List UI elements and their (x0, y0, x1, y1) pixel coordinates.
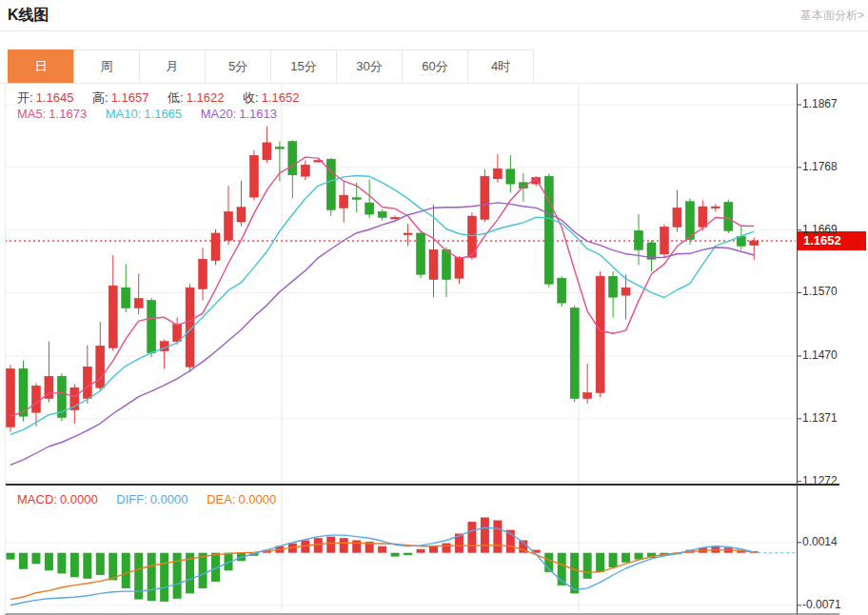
price-axis-label: 1.1768 (802, 160, 838, 173)
price-axis-label: 1.1867 (802, 97, 838, 110)
price-axis-label: 1.1570 (802, 285, 838, 298)
high-readout: 高:1.1657 (92, 90, 148, 105)
macd-axis-label: -0.0071 (802, 598, 841, 611)
ma5-readout: MA5:1.1673 (17, 107, 87, 121)
close-readout: 收:1.1652 (243, 90, 299, 105)
ma-readout: MA5:1.1673 MA10:1.1665 MA20:1.1613 (17, 107, 292, 121)
price-axis-label: 1.1669 (802, 223, 838, 236)
price-axis-label: 1.1371 (802, 411, 838, 425)
macd-value-readout: MACD:0.0000 (17, 492, 98, 506)
ma10-readout: MA10:1.1665 (106, 107, 182, 121)
ohlc-readout: 开:1.1645 高:1.1657 低:1.1622 收:1.1652 (17, 89, 314, 107)
price-axis-label: 1.1470 (802, 348, 838, 362)
chart-left-border (5, 84, 6, 614)
kline-app: K线图 基本面分析> 日周月5分15分30分60分4时 开:1.1645 高:1… (0, 0, 868, 615)
macd-readout: MACD:0.0000 DIFF:0.0000 DEA:0.0000 (17, 492, 291, 506)
diff-value-readout: DIFF:0.0000 (116, 492, 187, 506)
macd-axis-label: 0.0014 (802, 535, 838, 548)
low-readout: 低:1.1622 (168, 90, 224, 105)
dea-value-readout: DEA:0.0000 (207, 492, 276, 506)
open-readout: 开:1.1645 (17, 90, 73, 105)
ma20-readout: MA20:1.1613 (201, 107, 277, 121)
price-axis-label: 1.1272 (802, 474, 838, 487)
